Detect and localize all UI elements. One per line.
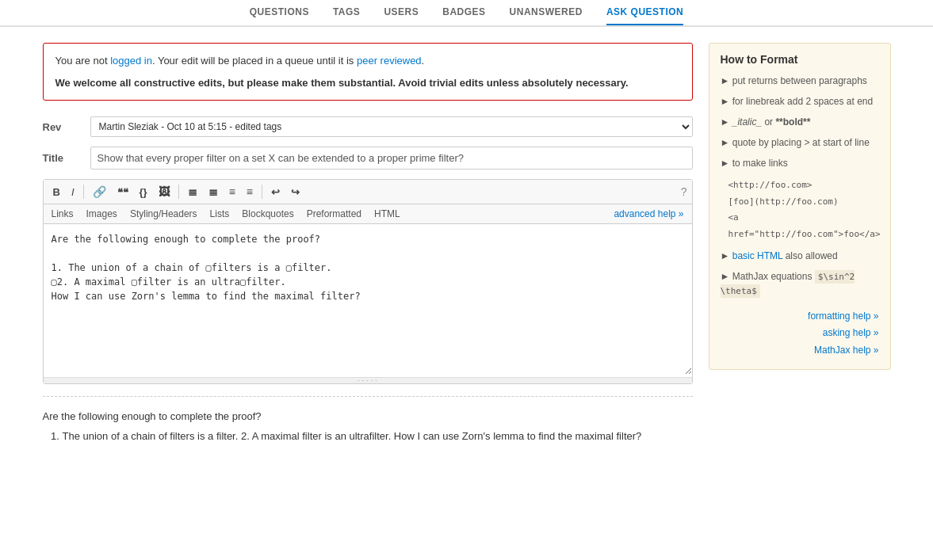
resize-handle[interactable]: · · · · · [44,377,692,383]
undo-button[interactable]: ↩ [266,184,285,200]
warning-text-1: You are not [55,55,111,67]
format-item-paragraphs: ► put returns between paragraphs [721,74,879,88]
tab-preformatted[interactable]: Preformatted [304,207,365,221]
editor-container: B I 🔗 ❝❝ {} 🖼 ≣ ≣ ≡ ≡ ↩ ↪ ? Links Images [43,179,693,384]
format-item-links: ► to make links [721,156,879,170]
format-links: formatting help » asking help » MathJax … [721,308,879,360]
how-to-format-panel: How to Format ► put returns between para… [709,43,891,370]
preview-divider [43,396,693,397]
editor-tabs: Links Images Styling/Headers Lists Block… [44,204,692,224]
formatting-help-link[interactable]: formatting help » [721,308,879,326]
left-column: You are not logged in. Your edit will be… [43,43,693,445]
toolbar-separator-1 [83,185,84,199]
indent-button[interactable]: ≡ [224,183,240,200]
nav-badges[interactable]: BADGES [442,6,485,25]
advanced-help-link[interactable]: advanced help » [610,207,686,221]
asking-help-link[interactable]: asking help » [721,325,879,342]
format-links-example: <http://foo.com> [foo](http://foo.com) <… [728,177,879,242]
title-row: Title [43,147,693,170]
basic-html-link[interactable]: basic HTML [732,250,783,261]
tab-images[interactable]: Images [83,207,120,221]
preview-heading: Are the following enough to complete the… [43,409,693,425]
warning-text-2: . Your edit will be placed in a queue un… [152,55,357,67]
main-nav: QUESTIONS TAGS USERS BADGES UNANSWERED A… [0,0,933,27]
format-item-basic-html: ► basic HTML also allowed [721,249,879,263]
help-icon[interactable]: ? [681,185,687,198]
preview-list: The union of a chain of filters is a fil… [43,429,693,445]
right-column: How to Format ► put returns between para… [709,43,891,445]
rev-label: Rev [43,121,82,133]
format-item-quote: ► quote by placing > at start of line [721,135,879,150]
nav-users[interactable]: USERS [384,6,419,25]
nav-questions[interactable]: QUESTIONS [250,6,309,25]
rev-row: Rev Martin Sleziak - Oct 10 at 5:15 - ed… [43,116,693,137]
preview-area: Are the following enough to complete the… [43,409,693,445]
toolbar-separator-2 [178,185,179,199]
ul-button[interactable]: ≣ [204,183,223,200]
mathjax-equation: $\sin^2 \theta$ [721,270,855,299]
format-item-italic-bold: ► _italic_ or **bold** [721,115,879,129]
blockquote-button[interactable]: ❝❝ [113,184,133,200]
link-button[interactable]: 🔗 [88,183,111,200]
mathjax-help-link[interactable]: MathJax help » [721,342,879,360]
format-item-mathjax: ► MathJax equations $\sin^2 \theta$ [721,269,879,299]
toolbar-separator-3 [262,185,262,199]
nav-unanswered[interactable]: UNANSWERED [510,6,583,25]
editor-toolbar: B I 🔗 ❝❝ {} 🖼 ≣ ≣ ≡ ≡ ↩ ↪ ? [44,180,692,204]
warning-text-3: . [422,55,425,67]
tab-html[interactable]: HTML [371,207,403,221]
logged-in-link[interactable]: logged in [110,55,152,67]
dedent-button[interactable]: ≡ [242,183,258,200]
nav-tags[interactable]: TAGS [333,6,360,25]
redo-button[interactable]: ↪ [286,184,304,200]
tab-lists[interactable]: Lists [207,207,233,221]
italic-button[interactable]: I [67,184,79,200]
preview-list-item: The union of a chain of filters is a fil… [63,429,693,445]
main-container: You are not logged in. Your edit will be… [31,27,903,461]
tab-blockquotes[interactable]: Blockquotes [239,207,296,221]
nav-ask-question[interactable]: ASK QUESTION [606,6,683,25]
how-to-format-title: How to Format [721,53,879,66]
warning-box: You are not logged in. Your edit will be… [43,43,693,101]
rev-select[interactable]: Martin Sleziak - Oct 10 at 5:15 - edited… [90,116,693,137]
bold-button[interactable]: B [48,184,65,200]
peer-reviewed-link[interactable]: peer reviewed [357,55,422,67]
tab-links[interactable]: Links [48,207,77,221]
tab-styling[interactable]: Styling/Headers [127,207,201,221]
editor-textarea[interactable]: Are the following enough to complete the… [44,224,692,375]
image-button[interactable]: 🖼 [154,183,174,200]
warning-substantial: We welcome all constructive edits, but p… [55,77,629,89]
format-item-linebreak: ► for linebreak add 2 spaces at end [721,94,879,109]
basic-html-text: also allowed [782,250,837,261]
title-input[interactable] [90,147,693,170]
title-label: Title [43,152,82,164]
code-button[interactable]: {} [135,184,152,200]
ol-button[interactable]: ≣ [183,183,202,200]
